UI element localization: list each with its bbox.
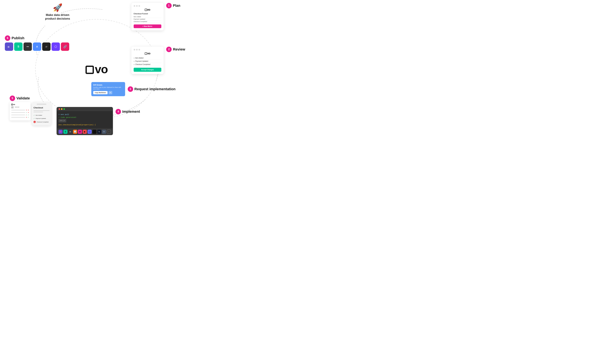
center-logo: vo (85, 63, 108, 76)
phone-event-2: ✓ Payment Updated (33, 117, 50, 120)
tab-android[interactable]: Android (15, 106, 19, 108)
validate-table-card: vo iOS Android ✕ ✕ ✓ (10, 102, 31, 120)
status-check: ✓ (26, 112, 27, 113)
pub-icon-avo: A (33, 42, 41, 51)
int-icon-fs: fs (97, 130, 101, 134)
dot (138, 5, 140, 7)
logo-square (85, 66, 94, 74)
check-icon: ✓ (33, 114, 35, 116)
dot-green (63, 108, 65, 110)
dot (138, 49, 140, 51)
int-icon-rudder: ▶ (83, 130, 87, 134)
phone-top-bar (37, 104, 46, 105)
step2-badge: 2 (166, 47, 172, 52)
plan-event-3: Checkout Completed (134, 20, 161, 23)
review-event-2: Payment Updated (134, 60, 161, 63)
validate-row-3: ✓ ✓ (11, 114, 29, 116)
plan-event-1: Item Added (134, 16, 161, 18)
row-line (11, 117, 25, 118)
review-event-1: Item Added (134, 56, 161, 60)
phone-event-3: a Checkout Completed (33, 120, 50, 124)
dot (136, 49, 138, 51)
row-line (11, 115, 25, 115)
diff-card: Diff Details Quickly copy to your clipbo… (91, 82, 125, 96)
diff-card-subtitle: Quickly copy to your clipboard to share … (93, 87, 123, 90)
step2-header: 2 Review (166, 47, 185, 52)
integrations-row: 🟪 S A• 📊 M ▶ ⬡ /// fs Fi + (56, 128, 113, 135)
dot-yellow (61, 108, 63, 110)
validate-cards: vo iOS Android ✕ ✕ ✓ (10, 102, 51, 125)
int-icon-avo: A• (68, 130, 72, 134)
error-icon: a (33, 121, 36, 123)
phone-event-1: ✓ Item Added (33, 114, 50, 117)
phone-lines (33, 110, 50, 112)
tab-ios[interactable]: iOS (11, 106, 14, 108)
step6-area: 6 Publish ⊞ S ••• A /// ⬡ 🔗 (5, 35, 69, 51)
step1-header: 1 Plan (166, 3, 180, 8)
validate-row-2: ✓ ✕ (11, 112, 29, 113)
code-command: > avo pull (58, 113, 111, 116)
phone-mockup: Checkout ✓ Item Added ✓ Payment Updated (32, 102, 51, 125)
step3-header: 3 Request implementation (128, 86, 176, 92)
plan-card: vo Checkout Funnel Item Added Payment Up… (131, 3, 163, 30)
code-file-tab: Avo.js (58, 119, 66, 122)
step2-area: vo Item Added Payment Updated Checkout C… (131, 47, 185, 74)
step5-label: Validate (16, 96, 30, 100)
step4-badge: 4 (115, 109, 121, 114)
main-container: 🚀 Make data driven product decisions vo … (0, 0, 193, 138)
step6-label: Publish (12, 36, 24, 40)
step6-badge: 6 (5, 35, 10, 41)
step4-label: Implement (122, 110, 140, 114)
int-icon-june: ⬡ (87, 130, 92, 134)
validate-row-4: ✕ ✓ (11, 117, 29, 118)
pub-icon-stripe: S (14, 42, 23, 51)
step5-header-wrapper: 5 Validate vo iOS Android ✕ (10, 96, 51, 125)
step1-badge: 1 (166, 3, 172, 8)
review-card: vo Item Added Payment Updated Checkout C… (131, 47, 163, 74)
pub-icon-segment: ⊞ (5, 42, 13, 51)
check-icon: ✓ (33, 117, 35, 119)
row-line (11, 112, 25, 113)
step5-badge: 5 (10, 96, 15, 101)
step2-label: Review (173, 47, 185, 52)
phone-checkout-title: Checkout (33, 106, 50, 109)
status-x: ✕ (26, 109, 27, 111)
int-icon-plus[interactable]: + (107, 130, 111, 134)
int-icon-mixpanel: M (78, 130, 82, 134)
platform-tabs: iOS Android (11, 106, 29, 108)
copy-markdown-button[interactable]: Copy Markdown (93, 91, 108, 94)
validate-row-1: ✕ ✕ (11, 109, 29, 111)
step1-area: vo Checkout Funnel Item Added Payment Up… (131, 3, 180, 30)
rocket-emoji: 🚀 (45, 3, 70, 12)
status-check: ✓ (28, 114, 29, 116)
avo-logo-text: vo (85, 63, 108, 76)
pub-icon-heap: /// (42, 42, 51, 51)
copy-dropdown-button[interactable]: ▼ (108, 91, 112, 94)
review-event-3: Checkout Completed (134, 63, 161, 66)
card-dots-2 (134, 49, 161, 51)
code-body: > avo pull ✓ Code generated! Avo.js Avo.… (56, 111, 113, 128)
dot (134, 5, 135, 7)
step5-area: 5 Validate vo iOS Android ✕ (10, 96, 51, 125)
code-function: Avo.checkoutCompleted(properties) { (58, 123, 111, 126)
row-line (11, 110, 25, 111)
code-card-top (56, 107, 113, 111)
review-card-brand: vo (134, 52, 161, 55)
pub-icon-hex: ⬡ (52, 42, 60, 51)
new-metric-button[interactable]: + New Metric (134, 25, 161, 28)
dot (136, 5, 138, 7)
step1-label: Plan (173, 3, 180, 8)
pub-icon-ruby: 🔗 (61, 42, 69, 51)
accept-changes-button[interactable]: Accept Changes (134, 68, 161, 72)
publish-icons-row: ⊞ S ••• A /// ⬡ 🔗 (5, 42, 69, 51)
brand-square (145, 52, 147, 55)
code-success: ✓ Code generated! (58, 116, 111, 119)
checkout-funnel-title: Checkout Funnel (134, 13, 161, 15)
svg-text:⊞: ⊞ (8, 46, 10, 48)
step4-header: 4 Implement (115, 109, 140, 114)
step5-header: 5 Validate (10, 96, 51, 101)
tagline-text: Make data driven product decisions (45, 13, 70, 21)
step6-header: 6 Publish (5, 35, 69, 41)
code-card: > avo pull ✓ Code generated! Avo.js Avo.… (56, 107, 113, 135)
diff-card-title: Diff Details (93, 84, 123, 86)
